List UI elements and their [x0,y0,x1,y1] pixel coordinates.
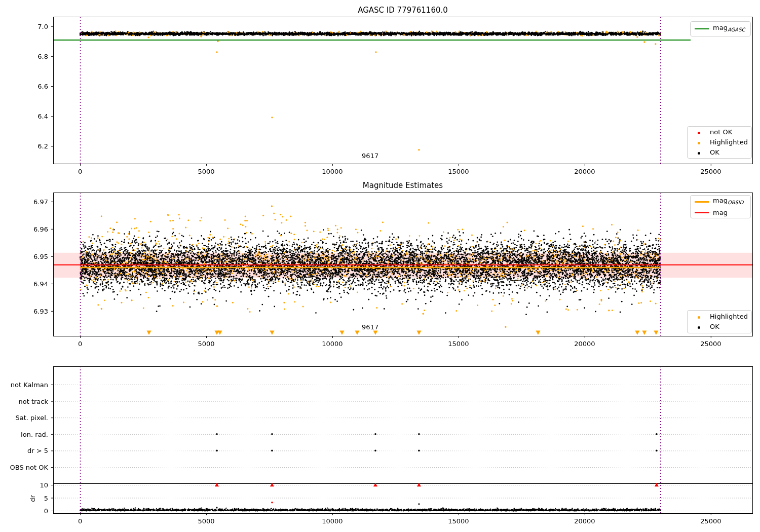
figure: AGASC ID 779761160.0 Magnitude Estimates… [0,0,760,532]
flag-row-label: dr > 5 [0,447,48,454]
legend-row: Highlighted [692,313,747,321]
legend-label-subscript: AGASC [728,27,745,32]
x-tick-label: 10000 [322,168,343,175]
obsid-annotation-top: 9617 [362,151,378,159]
x-tick-label: 5000 [198,340,214,348]
x-tick-label: 0 [78,340,82,348]
legend-marker-sample [692,148,706,157]
legend-label: magAGASC [713,24,745,34]
obsid-annotation-middle: 9617 [362,323,378,331]
y-tick-label: 6.8 [20,52,48,60]
y-tick-label: 6.97 [20,198,48,205]
middle-plot-marker-legend: HighlightedOK [687,310,752,333]
x-tick-label: 25000 [700,340,721,348]
flag-row-label: not track [0,397,48,405]
top-plot-title: AGASC ID 779761160.0 [358,6,448,15]
x-tick-label: 15000 [448,168,469,175]
legend-marker-sample [692,313,706,321]
x-tick-label: 10000 [322,340,343,348]
legend-row: magAGASC [695,24,746,34]
y-tick-label: 6.6 [20,83,48,90]
x-tick-label: 20000 [574,517,595,525]
x-tick-label: 5000 [198,517,214,525]
legend-label: magOBSID [713,197,743,207]
legend-marker-sample [692,323,706,331]
dr-tick-label: 10 [20,481,48,489]
middle-plot-line-legend: magOBSIDmag [690,195,751,218]
dr-tick-label: 0 [20,507,48,515]
x-tick-label: 0 [78,517,82,525]
legend-label: mag [713,209,728,217]
legend-row: magOBSID [695,197,746,207]
legend-label: not OK [710,128,732,136]
legend-marker-sample [692,138,706,146]
legend-row: not OK [692,128,747,136]
legend-label: Highlighted [710,138,748,146]
flag-row-label: Ion. rad. [0,430,48,438]
legend-line-sample [695,212,709,213]
y-tick-label: 6.94 [20,280,48,287]
legend-row: Highlighted [692,138,747,146]
y-tick-label: 7.0 [20,22,48,30]
x-tick-label: 15000 [448,340,469,348]
flag-row-label: not Kalman [0,381,48,389]
top-plot-line-legend: magAGASC [690,21,751,36]
legend-row: OK [692,148,747,157]
top-plot-marker-legend: not OKHighlightedOK [687,126,752,159]
plot-canvas [0,0,760,532]
flag-row-label: Sat. pixel. [0,414,48,422]
legend-label: OK [710,323,719,331]
legend-row: OK [692,323,747,331]
x-tick-label: 20000 [574,340,595,348]
x-tick-label: 10000 [322,517,343,525]
dr-tick-label: 5 [20,494,48,502]
x-tick-label: 25000 [700,517,721,525]
y-tick-label: 6.95 [20,252,48,260]
legend-line-sample [695,201,709,203]
legend-label: OK [710,148,719,157]
y-tick-label: 6.2 [20,142,48,150]
legend-row: mag [695,209,746,217]
x-tick-label: 0 [78,168,82,175]
y-tick-label: 6.96 [20,225,48,233]
legend-line-sample [695,28,709,29]
x-tick-label: 5000 [198,168,214,175]
y-tick-label: 6.4 [20,112,48,120]
legend-marker-sample [692,128,706,136]
legend-label-subscript: OBSID [728,200,744,205]
x-tick-label: 25000 [700,168,721,175]
flag-row-label: OBS not OK [0,464,48,471]
middle-plot-title: Magnitude Estimates [363,181,443,190]
x-tick-label: 20000 [574,168,595,175]
y-tick-label: 6.93 [20,307,48,315]
x-tick-label: 15000 [448,517,469,525]
legend-label: Highlighted [710,313,748,321]
